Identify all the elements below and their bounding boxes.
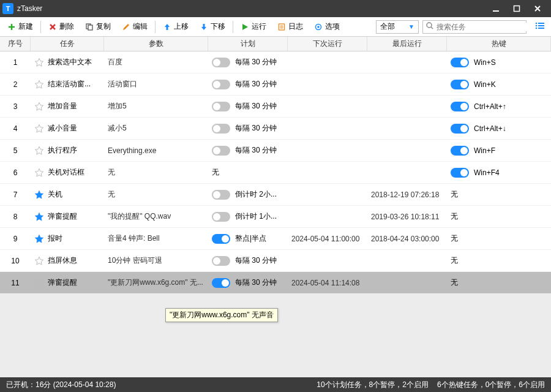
th-hotkey[interactable]: 热键 <box>447 37 551 51</box>
star-icon[interactable] <box>34 102 44 111</box>
th-task[interactable]: 任务 <box>31 37 104 51</box>
table-row[interactable]: 5执行程序Everything.exe每隔 30 分钟Win+F <box>0 140 551 162</box>
toggle-switch[interactable] <box>451 102 469 111</box>
toggle-switch[interactable] <box>212 80 230 89</box>
star-icon[interactable] <box>34 278 44 288</box>
copy-label: 复制 <box>96 21 111 32</box>
cell-plan: 每隔 30 分钟 <box>208 140 288 161</box>
table-row[interactable]: 1搜索选中文本百度每隔 30 分钟Win+S <box>0 51 551 74</box>
cell-param: 减小5 <box>104 118 208 139</box>
cell-task: 减小音量 <box>31 118 104 139</box>
cell-plan: 每隔 30 分钟 <box>208 51 288 73</box>
toggle-switch[interactable] <box>212 212 230 222</box>
th-param[interactable]: 参数 <box>104 37 208 51</box>
hotkey-text: Win+S <box>474 58 496 67</box>
star-icon[interactable] <box>34 146 44 156</box>
task-name: 关机对话框 <box>48 167 84 178</box>
star-icon[interactable] <box>34 58 44 67</box>
log-button[interactable]: 日志 <box>272 20 308 34</box>
edit-button[interactable]: 编辑 <box>117 20 152 34</box>
cell-last: 2018-12-19 07:26:18 <box>367 184 447 205</box>
cell-last <box>367 118 447 139</box>
star-icon[interactable] <box>34 80 44 89</box>
toggle-switch[interactable] <box>451 146 469 156</box>
table-header: 序号 任务 参数 计划 下次运行 最后运行 热键 <box>0 37 551 51</box>
filter-select[interactable]: 全部 ▼ <box>376 20 419 34</box>
plan-text: 倒计时 1小... <box>235 211 277 222</box>
app-title: zTasker <box>17 4 491 13</box>
toggle-switch[interactable] <box>212 234 230 244</box>
table-row[interactable]: 8弹窗提醒"我的提醒" QQ.wav倒计时 1小...2019-03-26 10… <box>0 206 551 228</box>
cell-last <box>367 140 447 161</box>
star-icon[interactable] <box>34 212 44 222</box>
toggle-switch[interactable] <box>212 278 230 288</box>
toggle-switch[interactable] <box>212 102 230 111</box>
th-next[interactable]: 下次运行 <box>288 37 367 51</box>
toggle-switch[interactable] <box>212 146 230 156</box>
search-box[interactable] <box>422 20 527 34</box>
log-label: 日志 <box>288 21 303 32</box>
table-row[interactable]: 11弹窗提醒"更新刀网www.x6g.com" 无...每隔 30 分钟2024… <box>0 272 551 294</box>
cell-plan: 每隔 30 分钟 <box>208 272 288 293</box>
toggle-switch[interactable] <box>212 58 230 67</box>
table-row[interactable]: 2结束活动窗...活动窗口每隔 30 分钟Win+K <box>0 74 551 96</box>
chevron-down-icon: ▼ <box>408 23 414 30</box>
star-icon[interactable] <box>34 190 44 200</box>
table-row[interactable]: 6关机对话框无无Win+F4 <box>0 162 551 184</box>
toggle-switch[interactable] <box>212 256 230 266</box>
cell-index: 3 <box>0 96 31 117</box>
th-last[interactable]: 最后运行 <box>367 37 447 51</box>
copy-button[interactable]: 复制 <box>80 20 116 34</box>
cell-next <box>288 74 367 95</box>
toggle-switch[interactable] <box>451 80 469 89</box>
toggle-switch[interactable] <box>451 168 469 178</box>
toggle-switch[interactable] <box>451 58 469 67</box>
run-button[interactable]: 运行 <box>236 20 271 34</box>
list-view-button[interactable] <box>531 20 549 34</box>
toggle-switch[interactable] <box>212 190 230 200</box>
table-row[interactable]: 7关机无倒计时 2小...2018-12-19 07:26:18无 <box>0 184 551 206</box>
table-row[interactable]: 3增加音量增加5每隔 30 分钟Ctrl+Alt+↑ <box>0 96 551 118</box>
minimize-button[interactable] <box>491 4 501 13</box>
cell-task: 增加音量 <box>31 96 104 117</box>
hotkey-text: 无 <box>451 211 458 222</box>
title-bar: T zTasker <box>0 0 551 17</box>
separator <box>155 21 156 33</box>
new-button[interactable]: 新建 <box>2 20 38 34</box>
toggle-switch[interactable] <box>212 124 230 134</box>
cell-task: 关机对话框 <box>31 162 104 183</box>
separator <box>233 21 233 33</box>
plus-icon <box>7 23 16 31</box>
edit-label: 编辑 <box>133 21 148 32</box>
cell-index: 8 <box>0 206 31 227</box>
search-input[interactable] <box>434 23 528 31</box>
options-button[interactable]: 选项 <box>309 20 345 34</box>
cell-task: 报时 <box>31 228 104 249</box>
star-icon[interactable] <box>34 168 44 178</box>
cell-next: 2024-05-04 11:00:00 <box>288 228 367 249</box>
maximize-button[interactable] <box>512 4 522 13</box>
move-up-button[interactable]: 上移 <box>158 20 193 34</box>
th-index[interactable]: 序号 <box>0 37 31 51</box>
toggle-switch[interactable] <box>451 124 469 134</box>
star-icon[interactable] <box>34 256 44 266</box>
star-icon[interactable] <box>34 124 44 134</box>
table-row[interactable]: 4减小音量减小5每隔 30 分钟Ctrl+Alt+↓ <box>0 118 551 140</box>
gear-icon <box>314 23 323 31</box>
cell-param: "我的提醒" QQ.wav <box>104 206 208 227</box>
move-down-button[interactable]: 下移 <box>195 20 230 34</box>
hotkey-text: 无 <box>451 189 458 200</box>
cell-param: 音量4 钟声: Bell <box>104 228 208 249</box>
svg-point-20 <box>536 25 538 27</box>
cell-index: 10 <box>0 250 31 271</box>
close-button[interactable] <box>533 4 542 13</box>
th-plan[interactable]: 计划 <box>208 37 288 51</box>
hotkey-text: Win+K <box>474 80 496 89</box>
delete-button[interactable]: 删除 <box>43 20 79 34</box>
star-icon[interactable] <box>34 234 44 244</box>
plan-text: 每隔 30 分钟 <box>235 255 277 266</box>
cell-plan: 整点|半点 <box>208 228 288 249</box>
cell-last <box>367 51 447 73</box>
table-row[interactable]: 10挡屏休息10分钟 密码可退每隔 30 分钟无 <box>0 250 551 272</box>
table-row[interactable]: 9报时音量4 钟声: Bell整点|半点2024-05-04 11:00:002… <box>0 228 551 250</box>
